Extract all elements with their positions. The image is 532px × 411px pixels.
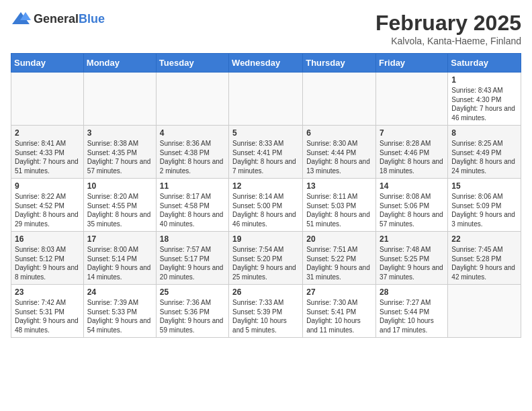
day-info: Sunrise: 8:17 AM Sunset: 4:58 PM Dayligh… [160, 192, 225, 228]
calendar-header-saturday: Saturday [448, 54, 521, 73]
calendar-cell: 27Sunrise: 7:30 AM Sunset: 5:41 PM Dayli… [303, 285, 376, 338]
header: GeneralBlue February 2025 Kalvola, Kanta… [11, 11, 521, 46]
calendar-cell: 8Sunrise: 8:25 AM Sunset: 4:49 PM Daylig… [448, 126, 521, 179]
day-number: 18 [160, 234, 225, 244]
calendar: SundayMondayTuesdayWednesdayThursdayFrid… [11, 53, 521, 338]
day-number: 3 [87, 128, 152, 138]
calendar-cell [376, 73, 448, 126]
calendar-cell [448, 285, 521, 338]
calendar-cell: 14Sunrise: 8:08 AM Sunset: 5:06 PM Dayli… [376, 179, 448, 232]
calendar-week-row: 23Sunrise: 7:42 AM Sunset: 5:31 PM Dayli… [11, 285, 521, 338]
calendar-header-row: SundayMondayTuesdayWednesdayThursdayFrid… [11, 54, 521, 73]
day-info: Sunrise: 8:06 AM Sunset: 5:09 PM Dayligh… [451, 192, 517, 228]
calendar-cell: 10Sunrise: 8:20 AM Sunset: 4:55 PM Dayli… [83, 179, 156, 232]
day-info: Sunrise: 8:28 AM Sunset: 4:46 PM Dayligh… [380, 139, 444, 175]
calendar-cell [11, 73, 84, 126]
calendar-cell [229, 73, 303, 126]
day-number: 8 [451, 128, 517, 138]
day-info: Sunrise: 7:51 AM Sunset: 5:22 PM Dayligh… [306, 245, 372, 281]
calendar-header-thursday: Thursday [303, 54, 376, 73]
day-number: 15 [451, 181, 517, 191]
day-number: 19 [232, 234, 299, 244]
day-info: Sunrise: 7:45 AM Sunset: 5:28 PM Dayligh… [451, 245, 517, 281]
calendar-cell: 2Sunrise: 8:41 AM Sunset: 4:33 PM Daylig… [11, 126, 84, 179]
logo-text-blue: Blue [79, 12, 105, 26]
calendar-header-friday: Friday [376, 54, 448, 73]
day-info: Sunrise: 7:27 AM Sunset: 5:44 PM Dayligh… [380, 298, 444, 334]
day-number: 27 [306, 287, 372, 297]
calendar-cell: 19Sunrise: 7:54 AM Sunset: 5:20 PM Dayli… [229, 232, 303, 285]
calendar-week-row: 9Sunrise: 8:22 AM Sunset: 4:52 PM Daylig… [11, 179, 521, 232]
day-number: 7 [380, 128, 444, 138]
calendar-cell: 13Sunrise: 8:11 AM Sunset: 5:03 PM Dayli… [303, 179, 376, 232]
day-number: 25 [160, 287, 225, 297]
title-area: February 2025 Kalvola, Kanta-Haeme, Finl… [375, 11, 521, 46]
calendar-cell: 25Sunrise: 7:36 AM Sunset: 5:36 PM Dayli… [156, 285, 228, 338]
day-number: 20 [306, 234, 372, 244]
calendar-week-row: 2Sunrise: 8:41 AM Sunset: 4:33 PM Daylig… [11, 126, 521, 179]
calendar-cell [303, 73, 376, 126]
calendar-cell: 28Sunrise: 7:27 AM Sunset: 5:44 PM Dayli… [376, 285, 448, 338]
calendar-cell: 3Sunrise: 8:38 AM Sunset: 4:35 PM Daylig… [83, 126, 156, 179]
day-info: Sunrise: 8:22 AM Sunset: 4:52 PM Dayligh… [15, 192, 80, 228]
day-info: Sunrise: 7:33 AM Sunset: 5:39 PM Dayligh… [232, 298, 299, 334]
day-info: Sunrise: 7:42 AM Sunset: 5:31 PM Dayligh… [15, 298, 80, 334]
calendar-cell: 24Sunrise: 7:39 AM Sunset: 5:33 PM Dayli… [83, 285, 156, 338]
day-number: 28 [380, 287, 444, 297]
calendar-cell [156, 73, 228, 126]
day-number: 11 [160, 181, 225, 191]
day-info: Sunrise: 8:38 AM Sunset: 4:35 PM Dayligh… [87, 139, 152, 175]
day-number: 22 [451, 234, 517, 244]
day-number: 26 [232, 287, 299, 297]
calendar-cell: 4Sunrise: 8:36 AM Sunset: 4:38 PM Daylig… [156, 126, 228, 179]
calendar-cell: 17Sunrise: 8:00 AM Sunset: 5:14 PM Dayli… [83, 232, 156, 285]
day-info: Sunrise: 7:54 AM Sunset: 5:20 PM Dayligh… [232, 245, 299, 281]
day-number: 2 [15, 128, 80, 138]
calendar-header-monday: Monday [83, 54, 156, 73]
location-subtitle: Kalvola, Kanta-Haeme, Finland [375, 36, 521, 46]
calendar-cell: 20Sunrise: 7:51 AM Sunset: 5:22 PM Dayli… [303, 232, 376, 285]
day-number: 9 [15, 181, 80, 191]
calendar-cell: 18Sunrise: 7:57 AM Sunset: 5:17 PM Dayli… [156, 232, 228, 285]
day-number: 6 [306, 128, 372, 138]
calendar-header-sunday: Sunday [11, 54, 84, 73]
day-number: 10 [87, 181, 152, 191]
calendar-cell: 23Sunrise: 7:42 AM Sunset: 5:31 PM Dayli… [11, 285, 84, 338]
calendar-cell: 9Sunrise: 8:22 AM Sunset: 4:52 PM Daylig… [11, 179, 84, 232]
day-number: 23 [15, 287, 80, 297]
calendar-header-tuesday: Tuesday [156, 54, 228, 73]
day-number: 1 [451, 75, 517, 85]
calendar-cell: 6Sunrise: 8:30 AM Sunset: 4:44 PM Daylig… [303, 126, 376, 179]
calendar-cell: 15Sunrise: 8:06 AM Sunset: 5:09 PM Dayli… [448, 179, 521, 232]
day-info: Sunrise: 8:33 AM Sunset: 4:41 PM Dayligh… [232, 139, 299, 175]
day-number: 4 [160, 128, 225, 138]
logo-icon [11, 11, 31, 27]
calendar-cell: 22Sunrise: 7:45 AM Sunset: 5:28 PM Dayli… [448, 232, 521, 285]
calendar-cell [83, 73, 156, 126]
day-info: Sunrise: 8:11 AM Sunset: 5:03 PM Dayligh… [306, 192, 372, 228]
day-info: Sunrise: 7:48 AM Sunset: 5:25 PM Dayligh… [380, 245, 444, 281]
day-number: 13 [306, 181, 372, 191]
day-info: Sunrise: 7:36 AM Sunset: 5:36 PM Dayligh… [160, 298, 225, 334]
calendar-week-row: 1Sunrise: 8:43 AM Sunset: 4:30 PM Daylig… [11, 73, 521, 126]
calendar-week-row: 16Sunrise: 8:03 AM Sunset: 5:12 PM Dayli… [11, 232, 521, 285]
day-number: 5 [232, 128, 299, 138]
calendar-header-wednesday: Wednesday [229, 54, 303, 73]
day-info: Sunrise: 8:25 AM Sunset: 4:49 PM Dayligh… [451, 139, 517, 175]
calendar-cell: 7Sunrise: 8:28 AM Sunset: 4:46 PM Daylig… [376, 126, 448, 179]
day-info: Sunrise: 8:41 AM Sunset: 4:33 PM Dayligh… [15, 139, 80, 175]
day-info: Sunrise: 8:30 AM Sunset: 4:44 PM Dayligh… [306, 139, 372, 175]
day-info: Sunrise: 8:20 AM Sunset: 4:55 PM Dayligh… [87, 192, 152, 228]
calendar-cell: 16Sunrise: 8:03 AM Sunset: 5:12 PM Dayli… [11, 232, 84, 285]
day-info: Sunrise: 8:36 AM Sunset: 4:38 PM Dayligh… [160, 139, 225, 175]
day-info: Sunrise: 8:03 AM Sunset: 5:12 PM Dayligh… [15, 245, 80, 281]
calendar-cell: 26Sunrise: 7:33 AM Sunset: 5:39 PM Dayli… [229, 285, 303, 338]
day-info: Sunrise: 8:14 AM Sunset: 5:00 PM Dayligh… [232, 192, 299, 228]
day-info: Sunrise: 7:30 AM Sunset: 5:41 PM Dayligh… [306, 298, 372, 334]
day-info: Sunrise: 7:57 AM Sunset: 5:17 PM Dayligh… [160, 245, 225, 281]
day-info: Sunrise: 8:08 AM Sunset: 5:06 PM Dayligh… [380, 192, 444, 228]
month-title: February 2025 [375, 11, 521, 36]
day-number: 21 [380, 234, 444, 244]
logo: GeneralBlue [11, 11, 105, 27]
day-number: 24 [87, 287, 152, 297]
